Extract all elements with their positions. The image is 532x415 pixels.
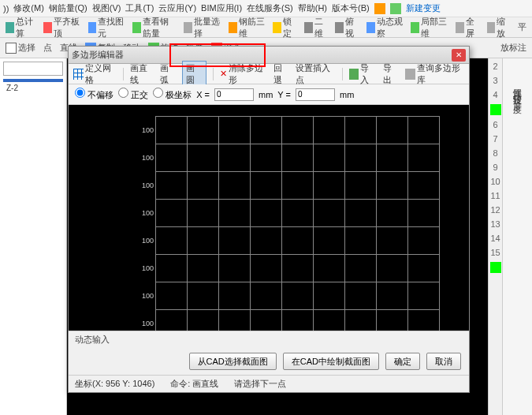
left-panel: Z-2 <box>0 58 67 415</box>
menu-item[interactable]: 在线服务(S) <box>247 2 293 14</box>
radio-polar[interactable]: 极坐标 <box>153 88 192 101</box>
menu-item[interactable]: BIM应用(I) <box>201 2 242 14</box>
ruler-num: 13 <box>490 219 500 229</box>
draw-line-button[interactable]: 画直线 <box>130 62 154 86</box>
x-label: X = <box>196 90 210 99</box>
y-tick-label: 100 <box>142 320 154 327</box>
ruler-num: 3 <box>493 76 497 85</box>
cancel-button[interactable]: 取消 <box>426 353 461 370</box>
ruler-num: 4 <box>493 90 497 99</box>
menu-item[interactable]: 版本号(B) <box>332 2 370 14</box>
tb-3d[interactable]: 钢筋三维 <box>226 15 268 40</box>
tb-lock[interactable]: 锁定 <box>270 15 299 40</box>
ruler-marker <box>490 262 501 273</box>
tb-select[interactable]: 选择 <box>3 41 38 54</box>
clear-button[interactable]: ✕清除多边形 <box>220 62 268 86</box>
menu-item[interactable]: 修改(M) <box>13 2 44 14</box>
ruler-marker <box>490 104 501 115</box>
tb-find[interactable]: 查找图元 <box>86 15 128 40</box>
prompt-text: 请选择下一点 <box>234 378 286 390</box>
y-label: Y = <box>277 90 291 99</box>
unit-label: mm <box>340 90 354 99</box>
y-tick-label: 100 <box>142 154 154 162</box>
grid <box>155 116 439 331</box>
button-row: 从CAD选择截面图 在CAD中绘制截面图 确定 取消 <box>69 348 469 375</box>
draw-circle-button[interactable]: 画圆 <box>182 61 206 88</box>
y-tick-label: 100 <box>142 126 154 134</box>
tb-local3d[interactable]: 局部三维 <box>408 15 450 40</box>
dynamic-input-label: 动态输入 <box>75 334 110 346</box>
draw-arc-button[interactable]: 画弧 <box>160 62 176 86</box>
ruler-num: 7 <box>493 134 497 144</box>
insert-point-button[interactable]: 设置插入点 <box>296 62 335 86</box>
right-ruler: 2 3 4 6 7 8 9 10 11 12 13 14 15 <box>488 58 502 415</box>
ok-button[interactable]: 确定 <box>385 353 420 370</box>
menu-item[interactable]: 视图(V) <box>92 2 121 14</box>
y-tick-label: 100 <box>142 264 154 272</box>
dialog-toolbar: 定义网格 画直线 画弧 画圆 ✕清除多边形 回退 设置插入点 导入 导出 查询多… <box>69 64 469 84</box>
ruler-num: 14 <box>490 234 500 243</box>
tb-orbit[interactable]: 动态观察 <box>364 15 406 40</box>
right-tools: 属性 旋转 度(度) <box>502 58 532 415</box>
dynamic-input-row: 动态输入 <box>69 331 469 348</box>
coord-bar: 不偏移 正交 极坐标 X = mm Y = mm <box>69 84 469 105</box>
y-tick-label: 100 <box>142 237 154 245</box>
radio-no-offset[interactable]: 不偏移 <box>75 88 113 101</box>
y-tick-label: 100 <box>142 181 154 189</box>
tb-pan[interactable]: 平 <box>515 21 529 34</box>
drawing-canvas[interactable]: 100100100100100100100100 100100100100100… <box>69 105 469 331</box>
import-button[interactable]: 导入 <box>349 62 377 86</box>
search-input[interactable] <box>3 62 63 76</box>
tb-point[interactable]: 点 <box>41 41 54 54</box>
tb-full[interactable]: 全屏 <box>453 15 482 40</box>
export-button[interactable]: 导出 <box>383 62 399 86</box>
radio-ortho[interactable]: 正交 <box>118 88 148 101</box>
ruler-num: 9 <box>493 163 497 172</box>
grid-define-button[interactable]: 定义网格 <box>73 62 117 86</box>
tb-2d[interactable]: 二维 <box>302 15 330 40</box>
cad-select-button[interactable]: 从CAD选择截面图 <box>189 353 277 370</box>
tb-annot[interactable]: 放标注 <box>498 41 529 54</box>
ruler-num: 2 <box>493 62 497 71</box>
y-tick-label: 100 <box>142 209 154 217</box>
tb-align[interactable]: 平齐板顶 <box>41 15 83 40</box>
ruler-num: 15 <box>490 248 500 257</box>
cmd-value: 画直线 <box>192 379 218 388</box>
new-icon <box>390 3 401 14</box>
undo-button[interactable]: 回退 <box>273 62 289 86</box>
y-input[interactable] <box>296 88 335 101</box>
coord-display: 坐标(X: 956 Y: 1046) <box>75 378 154 390</box>
tb-zoom[interactable]: 缩放 <box>485 15 513 40</box>
dialog-title: 多边形编辑器 <box>72 49 452 61</box>
list-item[interactable]: Z-2 <box>3 82 63 94</box>
flag-icon <box>374 3 385 14</box>
x-input[interactable] <box>214 88 254 101</box>
cad-draw-button[interactable]: 在CAD中绘制截面图 <box>283 353 379 370</box>
tb-batch[interactable]: 批量选择 <box>181 15 223 40</box>
ruler-num: 11 <box>490 191 500 200</box>
menu-item[interactable]: 工具(T) <box>125 2 154 14</box>
ruler-num: 8 <box>493 148 497 158</box>
tb-view-rebar[interactable]: 查看钢筋量 <box>130 15 178 40</box>
menu-new[interactable]: 新建变更 <box>406 2 441 14</box>
menu-item[interactable]: )) <box>3 4 9 13</box>
library-button[interactable]: 查询多边形库 <box>405 62 464 86</box>
toolbar-1: 总计算 平齐板顶 查找图元 查看钢筋量 批量选择 钢筋三维 锁定 二维 俯视 动… <box>0 17 532 38</box>
ruler-num: 10 <box>490 177 500 186</box>
menu-item[interactable]: 钢筋量(Q) <box>49 2 87 14</box>
tb-calc[interactable]: 总计算 <box>3 15 38 40</box>
y-tick-label: 100 <box>142 292 154 300</box>
polygon-editor-dialog: 多边形编辑器 ✕ 定义网格 画直线 画弧 画圆 ✕清除多边形 回退 设置插入点 … <box>68 46 470 393</box>
cmd-label: 命令: <box>170 379 190 388</box>
ruler-num: 6 <box>493 120 497 129</box>
close-button[interactable]: ✕ <box>452 49 466 62</box>
menu-item[interactable]: 帮助(H) <box>298 2 327 14</box>
ruler-num: 12 <box>490 205 500 215</box>
menu-item[interactable]: 云应用(Y) <box>158 2 196 14</box>
rt-item[interactable]: 度(度) <box>512 95 523 100</box>
tb-top[interactable]: 俯视 <box>333 15 361 40</box>
unit-label: mm <box>259 90 273 99</box>
status-bar: 坐标(X: 956 Y: 1046) 命令: 画直线 请选择下一点 <box>69 375 469 392</box>
